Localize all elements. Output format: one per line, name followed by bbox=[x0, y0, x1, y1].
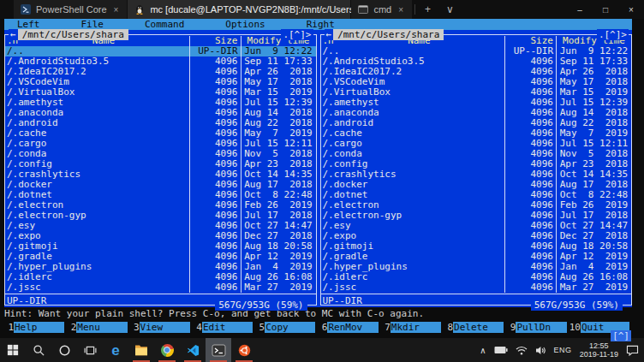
panel-back-arrow[interactable]: ← bbox=[325, 29, 334, 40]
file-name: /.docker bbox=[5, 180, 189, 190]
panel-up-marker[interactable]: .[^]> bbox=[281, 29, 313, 40]
fkey-label: Menu bbox=[76, 322, 127, 333]
cortana-button[interactable] bbox=[51, 338, 77, 362]
file-name: /.idlerc bbox=[321, 272, 505, 282]
panel-path-bar: ← /mnt/c/Users/shara .[^]> bbox=[9, 29, 313, 40]
fkey-copy[interactable]: 5Copy bbox=[255, 321, 318, 333]
file-explorer-icon bbox=[134, 344, 148, 356]
scroll-up-marker[interactable]: [^] bbox=[611, 330, 631, 341]
file-name: /.cargo bbox=[5, 139, 189, 149]
edge-button[interactable]: e bbox=[103, 338, 128, 362]
panel-path[interactable]: /mnt/c/Users/shara bbox=[333, 29, 444, 40]
search-icon bbox=[33, 344, 45, 357]
new-tab-button[interactable]: + bbox=[417, 0, 438, 19]
file-name: /.gradle bbox=[5, 252, 189, 262]
file-name: /.conda bbox=[5, 149, 189, 159]
file-name: /.VSCodeVim bbox=[321, 77, 505, 87]
file-name: /.electron bbox=[5, 200, 189, 211]
tab-title: cmd bbox=[373, 4, 391, 15]
file-name: /.android bbox=[5, 118, 189, 128]
file-row[interactable]: /.jssc4096Mar 27 2019 bbox=[5, 282, 316, 293]
file-name: /.electron bbox=[321, 200, 505, 211]
file-name: /.electron-gyp bbox=[5, 211, 189, 221]
fkey-number: 7 bbox=[381, 322, 391, 333]
file-name: /.hyper_plugins bbox=[5, 262, 189, 272]
volume-icon[interactable] bbox=[535, 346, 546, 355]
tab-cmd[interactable]: cmd × bbox=[351, 0, 412, 19]
file-mtime: Mar 27 2019 bbox=[241, 282, 316, 293]
file-name: /.conda bbox=[321, 149, 505, 159]
chrome-icon bbox=[161, 344, 174, 357]
file-row[interactable]: /.jssc4096Mar 27 2019 bbox=[321, 282, 632, 293]
file-name: /.crashlytics bbox=[5, 169, 189, 180]
fkey-pulldn[interactable]: 9PullDn bbox=[506, 321, 569, 333]
battery-icon[interactable] bbox=[494, 346, 508, 354]
minimize-button[interactable]: – bbox=[567, 0, 593, 19]
file-name: /.VirtualBox bbox=[5, 87, 189, 98]
panel-back-arrow[interactable]: ← bbox=[9, 29, 18, 40]
fkey-help[interactable]: 1Help bbox=[4, 321, 67, 333]
file-name: /.VSCodeVim bbox=[5, 77, 189, 87]
fkey-label: Mkdir bbox=[391, 322, 441, 333]
file-name: /.jssc bbox=[321, 282, 505, 293]
fkey-view[interactable]: 3View bbox=[130, 321, 193, 333]
file-name: /.jssc bbox=[5, 282, 189, 293]
tab-dropdown-button[interactable]: ∨ bbox=[438, 0, 462, 19]
clock-time: 12:55 bbox=[589, 341, 609, 350]
tabbar-lead-space bbox=[0, 0, 14, 19]
panel-path-bar: ← /mnt/c/Users/shara .[^]> bbox=[325, 29, 629, 40]
file-name: /.AndroidStudio3.5 bbox=[5, 56, 189, 67]
fkey-edit[interactable]: 4Edit bbox=[193, 321, 255, 333]
language-indicator[interactable]: ENG bbox=[554, 346, 572, 354]
panel-up-marker[interactable]: .[^]> bbox=[597, 29, 629, 40]
system-tray: ∧ ENG 12:55 2019-11-19 bbox=[480, 341, 644, 359]
start-button[interactable] bbox=[0, 338, 26, 362]
action-center-icon[interactable] bbox=[626, 345, 639, 356]
file-name: /.amethyst bbox=[321, 98, 505, 108]
tab-mc-active[interactable]: mc [ducale@LAPTOP-NVGP2N8B]:/mnt/c/Users… bbox=[128, 0, 350, 19]
vscode-button[interactable] bbox=[180, 338, 206, 362]
file-panel-right: ← /mnt/c/Users/shara .[^]> .nName Size M… bbox=[320, 34, 633, 306]
fkey-delete[interactable]: 8Delete bbox=[444, 321, 506, 333]
file-name: /.hyper_plugins bbox=[321, 262, 505, 272]
fkey-number: 1 bbox=[4, 322, 14, 333]
wifi-icon[interactable] bbox=[516, 346, 528, 355]
file-size: 4096 bbox=[189, 282, 241, 293]
hidden-icons-chevron[interactable]: ∧ bbox=[480, 346, 486, 355]
cortana-icon bbox=[58, 344, 71, 357]
fkey-number: 6 bbox=[318, 322, 327, 333]
file-name: /.VirtualBox bbox=[321, 87, 505, 98]
fkey-label: Delete bbox=[453, 322, 504, 333]
tab-title: mc [ducale@LAPTOP-NVGP2N8B]:/mnt/c/Users… bbox=[150, 4, 379, 15]
task-view-icon bbox=[84, 344, 97, 357]
ubuntu-button[interactable] bbox=[231, 338, 257, 362]
mc-function-keybar: 1Help2Menu3View4Edit5Copy6RenMov7Mkdir8D… bbox=[4, 321, 632, 333]
tab-close-icon[interactable]: × bbox=[397, 5, 405, 15]
tab-powershell-core[interactable]: PowerShell Core × bbox=[14, 0, 127, 19]
panel-bottom-bar: 567G/953G (59%) bbox=[531, 300, 623, 311]
panel-separator-line bbox=[321, 294, 632, 294]
chrome-button[interactable] bbox=[154, 338, 180, 362]
file-list: /..UP--DIRJun 9 12:22/.AndroidStudio3.54… bbox=[321, 46, 632, 293]
window-controls: – □ × bbox=[567, 0, 644, 19]
terminal-button-active[interactable] bbox=[206, 338, 231, 362]
disk-usage: 567G/953G (59%) bbox=[215, 300, 307, 311]
panel-path[interactable]: /mnt/c/Users/shara bbox=[18, 29, 128, 40]
tab-close-icon[interactable]: × bbox=[112, 5, 121, 15]
file-explorer-button[interactable] bbox=[128, 338, 154, 362]
mc-screen: LeftFileCommandOptionsRight ← /mnt/c/Use… bbox=[4, 19, 632, 307]
fkey-menu[interactable]: 2Menu bbox=[67, 321, 129, 333]
fkey-renmov[interactable]: 6RenMov bbox=[318, 321, 380, 333]
cmd-icon bbox=[358, 4, 368, 15]
task-view-button[interactable] bbox=[77, 338, 103, 362]
close-button[interactable]: × bbox=[618, 0, 644, 19]
fkey-mkdir[interactable]: 7Mkdir bbox=[381, 321, 444, 333]
file-list: /..UP--DIRJun 9 12:22/.AndroidStudio3.54… bbox=[5, 46, 316, 293]
maximize-button[interactable]: □ bbox=[593, 0, 618, 19]
file-name: /.cache bbox=[5, 128, 189, 139]
mc-panels: ← /mnt/c/Users/shara .[^]> .nName Size M… bbox=[4, 34, 632, 306]
search-button[interactable] bbox=[26, 338, 51, 362]
fkey-number: 3 bbox=[130, 322, 140, 333]
file-name: /.cargo bbox=[321, 139, 505, 149]
taskbar-clock[interactable]: 12:55 2019-11-19 bbox=[580, 341, 618, 359]
